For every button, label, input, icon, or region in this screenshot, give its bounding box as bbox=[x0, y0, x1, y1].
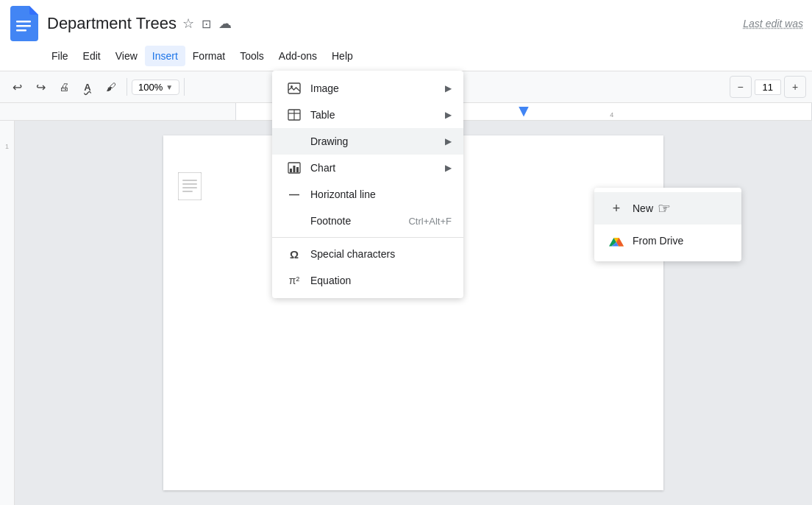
svg-rect-4 bbox=[182, 180, 197, 181]
chart-icon bbox=[284, 160, 304, 175]
document-title[interactable]: Department Trees bbox=[47, 14, 177, 33]
menu-format[interactable]: Format bbox=[185, 46, 232, 66]
svg-rect-15 bbox=[293, 166, 296, 172]
menu-insert[interactable]: Insert bbox=[145, 46, 185, 66]
line-number: 1 bbox=[5, 143, 9, 150]
insert-footnote-item[interactable]: Footnote Ctrl+Alt+F bbox=[272, 208, 463, 234]
insert-image-label: Image bbox=[310, 82, 445, 94]
print-button[interactable]: 🖨 bbox=[53, 76, 75, 98]
zoom-arrow-icon: ▼ bbox=[165, 83, 173, 91]
drawing-arrow-icon: ▶ bbox=[445, 136, 452, 146]
menu-tools[interactable]: Tools bbox=[232, 46, 271, 66]
insert-chart-item[interactable]: Chart ▶ bbox=[272, 155, 463, 181]
increase-font-button[interactable]: + bbox=[784, 76, 806, 98]
svg-rect-3 bbox=[178, 172, 202, 200]
svg-rect-6 bbox=[182, 187, 197, 188]
svg-rect-14 bbox=[290, 169, 292, 172]
zoom-label: 100% bbox=[138, 82, 163, 93]
font-size-group: − 11 + bbox=[730, 76, 806, 98]
toolbar-separator bbox=[127, 78, 127, 96]
hr-icon: — bbox=[284, 187, 304, 202]
spellcheck-button[interactable]: A bbox=[76, 76, 99, 98]
svg-rect-0 bbox=[16, 21, 31, 23]
menu-view[interactable]: View bbox=[108, 46, 145, 66]
footnote-shortcut: Ctrl+Alt+F bbox=[408, 216, 452, 227]
page-doc-icon bbox=[178, 172, 202, 205]
paint-format-button[interactable]: 🖌 bbox=[100, 76, 122, 98]
title-bar: Department Trees ☆ ⊡ ☁ Last edit was bbox=[0, 0, 812, 41]
insert-hr-item[interactable]: — Horizontal line bbox=[272, 181, 463, 208]
svg-rect-16 bbox=[296, 167, 299, 172]
insert-drawing-item[interactable]: Drawing ▶ bbox=[272, 128, 463, 155]
insert-footnote-label: Footnote bbox=[310, 215, 408, 227]
image-arrow-icon: ▶ bbox=[445, 83, 452, 93]
insert-special-label: Special characters bbox=[310, 248, 452, 260]
title-icons: ☆ ⊡ ☁ bbox=[182, 15, 232, 32]
star-icon[interactable]: ☆ bbox=[182, 15, 194, 32]
insert-dropdown: Image ▶ Table ▶ Drawing ▶ Char bbox=[272, 71, 463, 298]
svg-rect-5 bbox=[182, 183, 197, 185]
svg-rect-2 bbox=[16, 29, 26, 32]
font-size-display[interactable]: 11 bbox=[755, 80, 781, 95]
insert-drawing-label: Drawing bbox=[310, 135, 445, 147]
image-icon bbox=[284, 81, 304, 96]
insert-special-item[interactable]: Ω Special characters bbox=[272, 241, 463, 267]
drive-icon bbox=[606, 232, 627, 250]
drawing-new-label: New bbox=[633, 202, 653, 214]
drawing-drive-item[interactable]: From Drive bbox=[594, 225, 741, 257]
left-margin: 1 bbox=[0, 121, 15, 505]
menu-edit[interactable]: Edit bbox=[76, 46, 108, 66]
undo-button[interactable]: ↩ bbox=[6, 76, 28, 98]
table-icon bbox=[284, 107, 304, 122]
table-arrow-icon: ▶ bbox=[445, 110, 452, 120]
insert-equation-item[interactable]: π² Equation bbox=[272, 267, 463, 294]
svg-rect-7 bbox=[182, 191, 193, 192]
insert-table-label: Table bbox=[310, 109, 445, 121]
plus-icon: + bbox=[613, 201, 621, 216]
new-drawing-icon: + bbox=[606, 199, 627, 217]
cursor-hand-icon: ☞ bbox=[658, 199, 671, 217]
menu-file[interactable]: File bbox=[44, 46, 76, 66]
svg-rect-1 bbox=[16, 25, 31, 27]
last-edit-text[interactable]: Last edit was bbox=[743, 18, 803, 29]
decrease-font-button[interactable]: − bbox=[730, 76, 752, 98]
zoom-dropdown[interactable]: 100% ▼ bbox=[132, 80, 179, 95]
menu-help[interactable]: Help bbox=[324, 46, 360, 66]
footnote-icon bbox=[284, 213, 304, 228]
insert-hr-label: Horizontal line bbox=[310, 188, 452, 200]
drawing-submenu: + New ☞ From Drive bbox=[594, 188, 741, 261]
insert-image-item[interactable]: Image ▶ bbox=[272, 75, 463, 102]
toolbar-separator-2 bbox=[184, 78, 185, 96]
drive-shortcut-icon[interactable]: ⊡ bbox=[202, 17, 211, 31]
special-chars-icon: Ω bbox=[284, 247, 304, 261]
insert-chart-label: Chart bbox=[310, 162, 445, 174]
menu-addons[interactable]: Add-ons bbox=[271, 46, 324, 66]
insert-table-item[interactable]: Table ▶ bbox=[272, 102, 463, 128]
menu-divider bbox=[272, 237, 463, 238]
cloud-sync-icon[interactable]: ☁ bbox=[218, 15, 232, 32]
equation-icon: π² bbox=[284, 273, 304, 288]
redo-button[interactable]: ↪ bbox=[29, 76, 51, 98]
chart-arrow-icon: ▶ bbox=[445, 163, 452, 173]
insert-equation-label: Equation bbox=[310, 275, 452, 286]
drawing-drive-label: From Drive bbox=[633, 235, 683, 247]
menu-bar: File Edit View Insert Format Tools Add-o… bbox=[0, 41, 812, 71]
drawing-icon bbox=[284, 134, 304, 149]
docs-app-icon bbox=[9, 6, 38, 41]
drawing-new-item[interactable]: + New ☞ bbox=[594, 192, 741, 225]
